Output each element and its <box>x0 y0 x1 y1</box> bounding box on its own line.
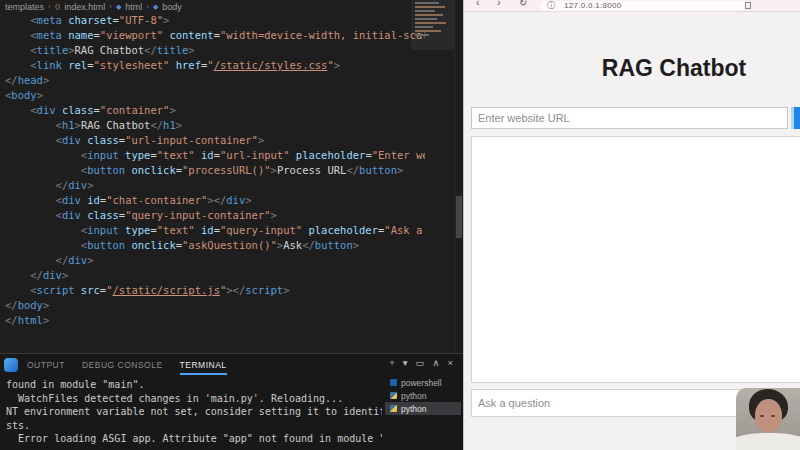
code-line: <meta name="viewport" content="width=dev… <box>5 28 425 43</box>
page-title: RAG Chatbot <box>464 55 800 82</box>
terminal-line: found in module "main". <box>6 378 382 392</box>
bookmark-icon[interactable] <box>745 2 751 9</box>
terminal-actions: +▾▭∧× <box>389 357 453 368</box>
terminal-line: WatchFiles detected changes in 'main.py'… <box>6 392 382 406</box>
terminal-session-list: powershellpythonpython <box>385 376 461 415</box>
person-shirt <box>736 433 800 450</box>
code-editor-pane: templates›⟨⟩index.html›◆html›◆body <meta… <box>0 0 463 353</box>
split-terminal-icon[interactable]: ▭ <box>415 357 424 368</box>
code-line: <body> <box>5 88 425 103</box>
code-line: <link rel="stylesheet" href="/static/sty… <box>5 58 425 73</box>
breadcrumb-item[interactable]: body <box>162 2 182 12</box>
code-line: </div> <box>5 253 425 268</box>
code-line: <input type="text" id="url-input" placeh… <box>5 148 425 163</box>
breadcrumb-item[interactable]: index.html <box>64 2 105 12</box>
symbol-icon: ◆ <box>153 3 158 10</box>
close-panel-icon[interactable]: × <box>447 357 453 368</box>
address-bar[interactable]: ⓘ 127.0.0.1:8000 <box>540 1 746 11</box>
panel-tab-terminal[interactable]: TERMINAL <box>180 354 227 375</box>
new-terminal-icon[interactable]: + <box>389 357 395 368</box>
scrollbar-thumb[interactable] <box>456 196 462 238</box>
powershell-icon <box>390 379 397 386</box>
site-info-icon[interactable]: ⓘ <box>547 1 555 11</box>
panel-tab-output[interactable]: OUTPUT <box>27 354 65 375</box>
terminal-session-item[interactable]: python <box>385 402 461 415</box>
editor-scrollbar[interactable] <box>454 0 463 353</box>
forward-icon[interactable]: › <box>497 0 501 8</box>
breadcrumb-separator: › <box>48 2 51 11</box>
maximize-panel-icon[interactable]: ∧ <box>432 357 439 368</box>
terminal-output[interactable]: found in module "main". WatchFiles detec… <box>6 378 382 450</box>
code-line: <div class="container"> <box>5 103 425 118</box>
code-line: </div> <box>5 268 425 283</box>
code-line: <button onclick="processURL()">Process U… <box>5 163 425 178</box>
terminal-line: Error loading ASGI app. Attribute "app" … <box>6 432 382 446</box>
webcam-overlay <box>736 388 800 450</box>
terminal-panel: OUTPUTDEBUG CONSOLETERMINAL +▾▭∧× found … <box>0 353 463 450</box>
code-line: <h1>RAG Chatbot</h1> <box>5 118 425 133</box>
breadcrumb-separator: › <box>146 2 149 11</box>
code-line: <meta charset="UTF-8"> <box>5 13 425 28</box>
reload-icon[interactable]: ↻ <box>519 0 527 8</box>
panel-extension-icon[interactable] <box>4 358 18 372</box>
browser-toolbar: ‹ › ↻ ⓘ 127.0.0.1:8000 <box>464 0 800 12</box>
breadcrumb[interactable]: templates›⟨⟩index.html›◆html›◆body <box>5 0 182 13</box>
session-label: python <box>401 404 427 414</box>
python-icon <box>390 405 397 412</box>
code-line: <input type="text" id="query-input" plac… <box>5 223 425 238</box>
browser-page: RAG Chatbot <box>464 12 800 450</box>
code-line: <div id="chat-container"></div> <box>5 193 425 208</box>
code-line: <div class="query-input-container"> <box>5 208 425 223</box>
person-eyes <box>760 415 764 417</box>
website-url-input[interactable] <box>471 107 788 129</box>
breadcrumb-separator: › <box>109 2 112 11</box>
session-label: python <box>401 391 427 401</box>
chat-container <box>471 136 800 383</box>
python-icon <box>390 392 397 399</box>
code-line: <button onclick="askQuestion()">Ask</but… <box>5 238 425 253</box>
panel-tab-debug-console[interactable]: DEBUG CONSOLE <box>82 354 163 375</box>
terminal-session-item[interactable]: python <box>385 389 461 402</box>
code-line: </body> <box>5 298 425 313</box>
terminal-line: sts. <box>6 419 382 433</box>
code-line: <script src="/static/script.js"></script… <box>5 283 425 298</box>
back-icon[interactable]: ‹ <box>476 0 480 8</box>
session-label: powershell <box>401 378 442 388</box>
url-text: 127.0.0.1:8000 <box>564 1 622 11</box>
code-line: </div> <box>5 178 425 193</box>
breadcrumb-item[interactable]: templates <box>5 2 44 12</box>
panel-tabs: OUTPUTDEBUG CONSOLETERMINAL <box>27 354 227 375</box>
html-file-icon: ⟨⟩ <box>55 3 60 10</box>
code-line: </head> <box>5 73 425 88</box>
process-url-button[interactable] <box>791 107 800 129</box>
code-area[interactable]: <meta charset="UTF-8"> <meta name="viewp… <box>5 13 425 351</box>
terminal-session-item[interactable]: powershell <box>385 376 461 389</box>
minimap[interactable] <box>415 2 451 48</box>
breadcrumb-item[interactable]: html <box>125 2 142 12</box>
terminal-line: NT environment variable not set, conside… <box>6 405 382 419</box>
symbol-icon: ◆ <box>116 3 121 10</box>
code-line: <div class="url-input-container"> <box>5 133 425 148</box>
code-line: <title>RAG Chatbot</title> <box>5 43 425 58</box>
code-line: </html> <box>5 313 425 328</box>
browser-window: ‹ › ↻ ⓘ 127.0.0.1:8000 RAG Chatbot <box>463 0 800 450</box>
launch-profile-icon[interactable]: ▾ <box>403 357 408 368</box>
